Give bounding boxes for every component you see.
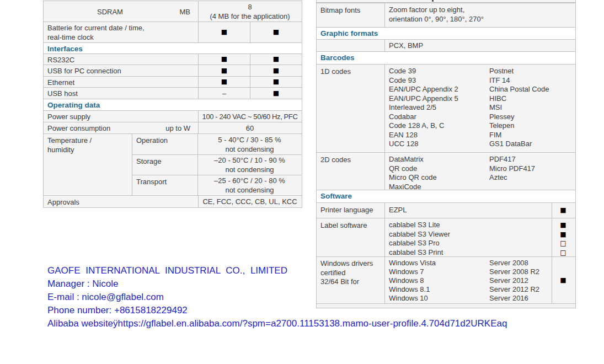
2d-codes-list-2: PDF417Micro PDF417Aztec: [489, 155, 571, 190]
battery-mark-b: ■: [250, 22, 302, 42]
temp-mode-transport: Transport: [132, 175, 198, 195]
power-supply-value: 100 - 240 VAC ~ 50/60 Hz, PFC: [199, 111, 301, 122]
contact-manager: Manager : Nicole: [47, 279, 507, 292]
usb-host-mark-a: –: [199, 88, 250, 99]
row-temperature: Temperature / humidity Operation 5 - 40°…: [44, 134, 302, 196]
temp-value-operation: 5 - 40°C / 30 - 85 % not condensing: [198, 134, 301, 154]
temp-storage-range: –20 - 50°C / 10 - 90 %: [214, 156, 285, 165]
usb-pc-mark-a: ■: [199, 65, 250, 76]
windows-drivers-mark: ■: [552, 257, 574, 303]
cut-off-text-remnant: [432, 0, 434, 2]
usb-pc-label: USB for PC connection: [44, 65, 199, 76]
bitmap-fonts-label: Bitmap fonts: [317, 3, 385, 27]
row-barcodes-header: Barcodes: [317, 52, 575, 65]
temp-transport-range: –25 - 60°C / 20 - 80 %: [214, 176, 285, 185]
sdram-value: 8: [248, 2, 252, 12]
2d-codes-value: DataMatrixQR codeMicro QR codeMaxiCode P…: [385, 153, 575, 190]
company-name: GAOFE INTERNATIONAL INDUSTRIAL CO., LIMI…: [47, 265, 507, 279]
printer-language-label: Printer language: [317, 203, 385, 218]
temp-storage-note: not condensing: [225, 165, 274, 174]
row-usb-host: USB host – ■: [44, 88, 302, 99]
row-approvals: Approvals CE, FCC, CCC, CB, UL, KCC: [44, 196, 302, 208]
power-consumption-label-cell: Power consumption up to W: [44, 122, 199, 133]
contact-email: E-mail : nicole@gflabel.com: [47, 292, 507, 305]
graphic-formats-header: Graphic formats: [317, 28, 575, 39]
rs232c-label: RS232C: [44, 54, 199, 65]
temp-row-storage: Storage –20 - 50°C / 10 - 90 % not conde…: [132, 155, 301, 175]
row-ethernet: Ethernet ■ ■: [44, 77, 302, 88]
barcodes-header: Barcodes: [317, 52, 575, 64]
row-power-supply: Power supply 100 - 240 VAC ~ 50/60 Hz, P…: [44, 111, 302, 122]
row-graphic-formats: PCX, BMP: [317, 40, 575, 52]
battery-mark-a: ■: [199, 22, 250, 42]
row-1d-codes: 1D codes Code 39Code 93EAN/UPC Appendix …: [317, 65, 575, 153]
approvals-label: Approvals: [44, 196, 199, 207]
temp-row-operation: Operation 5 - 40°C / 30 - 85 % not conde…: [132, 134, 301, 155]
temperature-label-cell: Temperature / humidity: [44, 134, 132, 195]
usb-pc-mark-b: ■: [250, 65, 302, 76]
row-battery: Batterie for current date / time, real-t…: [44, 22, 302, 43]
battery-label-line2: real-time clock: [47, 33, 195, 42]
row-graphic-formats-header: Graphic formats: [317, 28, 575, 40]
spec-table-left: SDRAM MB 8 (4 MB for the application) Ba…: [43, 1, 302, 208]
power-supply-label: Power supply: [44, 111, 199, 122]
1d-codes-list-1: Code 39Code 93EAN/UPC Appendix 2EAN/UPC …: [389, 67, 489, 152]
temperature-label-line2: humidity: [47, 145, 129, 154]
temp-transport-note: not condensing: [225, 185, 274, 195]
1d-codes-label: 1D codes: [317, 65, 385, 152]
row-usb-pc: USB for PC connection ■ ■: [44, 65, 302, 77]
temp-row-transport: Transport –25 - 60°C / 20 - 80 % not con…: [132, 175, 301, 195]
bitmap-fonts-line2: orientation 0°, 90°, 180°, 270°: [389, 15, 571, 24]
battery-label-cell: Batterie for current date / time, real-t…: [44, 22, 199, 42]
printer-language-value: EZPL: [385, 203, 552, 218]
bitmap-fonts-line1: Zoom factor up to eight,: [389, 6, 571, 15]
temp-mode-storage: Storage: [132, 155, 198, 175]
rs232c-mark-b: ■: [250, 54, 302, 65]
temp-value-transport: –25 - 60°C / 20 - 80 % not condensing: [198, 175, 301, 195]
temp-mode-operation: Operation: [132, 134, 198, 154]
1d-codes-list-2: PostnetITF 14China Postal CodeHIBCMSIPle…: [489, 67, 571, 152]
spec-table-right: Bitmap fonts Zoom factor up to eight, or…: [316, 0, 576, 308]
row-rs232c: RS232C ■ ■: [44, 54, 302, 65]
sdram-label: SDRAM: [47, 7, 123, 17]
row-label-software: Label software cablabel S3 Litecablabel …: [317, 218, 575, 257]
contact-block: GAOFE INTERNATIONAL INDUSTRIAL CO., LIMI…: [47, 265, 507, 331]
row-2d-codes: 2D codes DataMatrixQR codeMicro QR codeM…: [317, 153, 575, 190]
row-operating-header: Operating data: [44, 99, 302, 111]
power-consumption-unit: up to W: [165, 124, 195, 133]
2d-codes-list-1: DataMatrixQR codeMicro QR codeMaxiCode: [389, 155, 489, 190]
temp-operation-range: 5 - 40°C / 30 - 85 %: [218, 135, 281, 144]
ethernet-mark-a: ■: [199, 77, 250, 87]
sdram-value-cell: 8 (4 MB for the application): [199, 1, 301, 22]
ethernet-mark-b: ■: [250, 77, 302, 87]
usb-host-label: USB host: [44, 88, 199, 99]
contact-phone: Phone number: +8615818229492: [47, 305, 507, 318]
ethernet-label: Ethernet: [44, 77, 199, 87]
software-header: Software: [317, 190, 575, 202]
temperature-subtable: Operation 5 - 40°C / 30 - 85 % not conde…: [132, 134, 301, 195]
label-software-marks: ■■□□: [552, 218, 574, 256]
operating-data-header: Operating data: [44, 99, 302, 110]
row-power-consumption: Power consumption up to W 60: [44, 122, 302, 134]
row-cutoff-top: [317, 0, 575, 3]
row-interfaces-header: Interfaces: [44, 43, 302, 54]
row-software-header: Software: [317, 190, 575, 203]
row-bitmap-fonts: Bitmap fonts Zoom factor up to eight, or…: [317, 3, 575, 28]
row-sdram: SDRAM MB 8 (4 MB for the application): [44, 1, 302, 22]
printer-language-mark: ■: [552, 203, 574, 218]
temperature-label-line1: Temperature /: [47, 136, 129, 145]
2d-codes-label: 2D codes: [317, 153, 385, 190]
label-software-label: Label software: [317, 218, 385, 256]
sdram-label-cell: SDRAM MB: [44, 1, 199, 22]
row-printer-language: Printer language EZPL ■: [317, 203, 575, 218]
bitmap-fonts-value: Zoom factor up to eight, orientation 0°,…: [385, 3, 575, 27]
graphic-formats-label-empty: [317, 40, 385, 51]
sdram-value-note: (4 MB for the application): [210, 12, 290, 21]
usb-host-mark-b: ■: [250, 88, 302, 99]
temp-value-storage: –20 - 50°C / 10 - 90 % not condensing: [198, 155, 301, 175]
graphic-formats-value: PCX, BMP: [385, 40, 575, 51]
battery-label-line1: Batterie for current date / time,: [47, 23, 195, 33]
sdram-unit-label: MB: [180, 7, 195, 17]
rs232c-mark-a: ■: [199, 54, 250, 65]
power-consumption-label: Power consumption: [47, 124, 110, 133]
